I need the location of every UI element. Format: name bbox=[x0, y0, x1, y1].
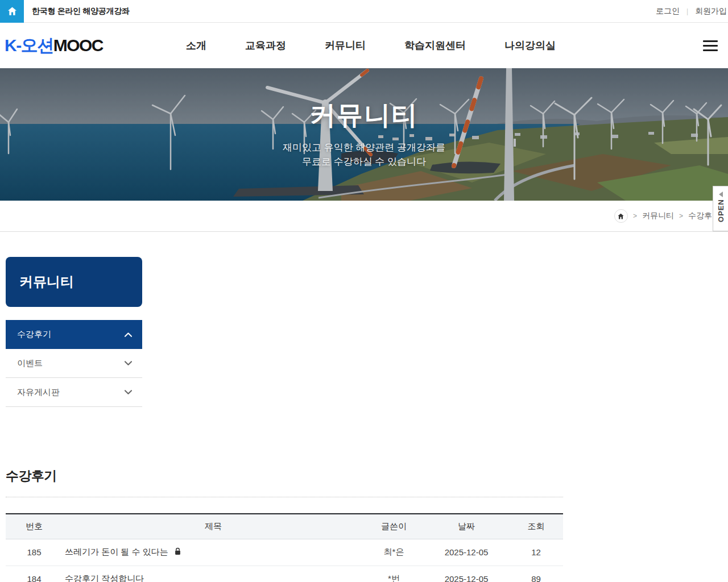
logo-k-ocean: K-오션 bbox=[5, 36, 53, 55]
cell-views: 89 bbox=[509, 566, 563, 582]
dotted-divider bbox=[6, 497, 563, 497]
nav-item-my-classroom[interactable]: 나의강의실 bbox=[485, 39, 575, 52]
breadcrumb-separator: > bbox=[633, 212, 637, 220]
login-link[interactable]: 로그인 bbox=[656, 6, 680, 16]
post-link[interactable]: 쓰레기가 돈이 될 수 있다는 bbox=[63, 539, 364, 566]
nav-item-courses[interactable]: 교육과정 bbox=[226, 39, 305, 52]
chevron-down-icon bbox=[125, 390, 132, 394]
home-icon bbox=[617, 213, 624, 220]
hero-caption: 커뮤니티 재미있고 유익한 해양관련 공개강좌를 무료로 수강하실 수 있습니다 bbox=[0, 98, 728, 169]
sidebar-item-events[interactable]: 이벤트 bbox=[6, 349, 142, 378]
nav-item-community[interactable]: 커뮤니티 bbox=[305, 39, 385, 52]
cell-writer: *번 bbox=[364, 566, 424, 582]
chevron-down-icon bbox=[125, 361, 132, 365]
column-header-date: 날짜 bbox=[424, 514, 509, 539]
hero-title: 커뮤니티 bbox=[0, 98, 728, 133]
main-header: K-오션MOOC 소개 교육과정 커뮤니티 학습지원센터 나의강의실 bbox=[0, 23, 728, 68]
home-button[interactable] bbox=[0, 0, 24, 23]
sidebar-item-free-board[interactable]: 자유게시판 bbox=[6, 378, 142, 407]
cell-no: 184 bbox=[6, 566, 63, 582]
sidebar-title: 커뮤니티 bbox=[6, 257, 142, 307]
signup-link[interactable]: 회원가입 bbox=[695, 6, 727, 16]
open-tab-label: OPEN bbox=[717, 199, 725, 222]
table-row: 185 쓰레기가 돈이 될 수 있다는 최*은 2025-12-05 12 bbox=[6, 539, 563, 566]
cell-no: 185 bbox=[6, 539, 63, 566]
sidebar-menu: 수강후기 이벤트 자유게시판 bbox=[6, 320, 142, 407]
sidebar-item-reviews[interactable]: 수강후기 bbox=[6, 320, 142, 349]
site-logo[interactable]: K-오션MOOC bbox=[5, 34, 103, 57]
cell-writer: 최*은 bbox=[364, 539, 424, 566]
sidebar-item-label: 이벤트 bbox=[17, 358, 43, 369]
table-row: 184 수강후기 작성합니다 *번 2025-12-05 89 bbox=[6, 566, 563, 582]
page-title: 수강후기 bbox=[6, 467, 563, 485]
cell-date: 2025-12-05 bbox=[424, 566, 509, 582]
sidebar-item-label: 수강후기 bbox=[17, 329, 51, 340]
topbar-divider: | bbox=[686, 7, 688, 15]
chevron-up-icon bbox=[125, 332, 132, 337]
column-header-no: 번호 bbox=[6, 514, 63, 539]
nav-item-support-center[interactable]: 학습지원센터 bbox=[385, 39, 485, 52]
breadcrumb: > 커뮤니티 > 수강후기 bbox=[0, 201, 728, 232]
arrow-left-icon bbox=[719, 192, 723, 197]
review-board-table: 번호 제목 글쓴이 날짜 조회 185 쓰레기가 돈이 될 수 있다는 최*은 … bbox=[6, 513, 563, 582]
post-link[interactable]: 수강후기 작성합니다 bbox=[63, 566, 364, 582]
hero-subtitle: 재미있고 유익한 해양관련 공개강좌를 무료로 수강하실 수 있습니다 bbox=[0, 141, 728, 169]
home-icon bbox=[7, 6, 18, 16]
breadcrumb-separator: > bbox=[679, 212, 683, 220]
breadcrumb-home-button[interactable] bbox=[614, 209, 628, 223]
column-header-views: 조회 bbox=[509, 514, 563, 539]
column-header-title: 제목 bbox=[63, 514, 364, 539]
column-header-writer: 글쓴이 bbox=[364, 514, 424, 539]
hamburger-menu-icon[interactable] bbox=[703, 40, 718, 51]
top-utility-bar: 한국형 온라인 해양공개강좌 로그인 | 회원가입 bbox=[0, 0, 728, 23]
hero-banner: 커뮤니티 재미있고 유익한 해양관련 공개강좌를 무료로 수강하실 수 있습니다 bbox=[0, 68, 728, 201]
table-header-row: 번호 제목 글쓴이 날짜 조회 bbox=[6, 514, 563, 539]
logo-mooc: MOOC bbox=[53, 36, 103, 55]
site-name: 한국형 온라인 해양공개강좌 bbox=[32, 6, 130, 16]
global-nav: 소개 교육과정 커뮤니티 학습지원센터 나의강의실 bbox=[167, 39, 575, 52]
main-content: 커뮤니티 수강후기 이벤트 자유게시판 수강후기 번호 bbox=[6, 257, 563, 582]
quick-menu-open-tab[interactable]: OPEN bbox=[713, 186, 728, 231]
lock-icon bbox=[175, 547, 181, 555]
breadcrumb-item-community[interactable]: 커뮤니티 bbox=[642, 211, 674, 221]
cell-views: 12 bbox=[509, 539, 563, 566]
sidebar-item-label: 자유게시판 bbox=[17, 387, 60, 398]
nav-item-intro[interactable]: 소개 bbox=[167, 39, 226, 52]
cell-date: 2025-12-05 bbox=[424, 539, 509, 566]
